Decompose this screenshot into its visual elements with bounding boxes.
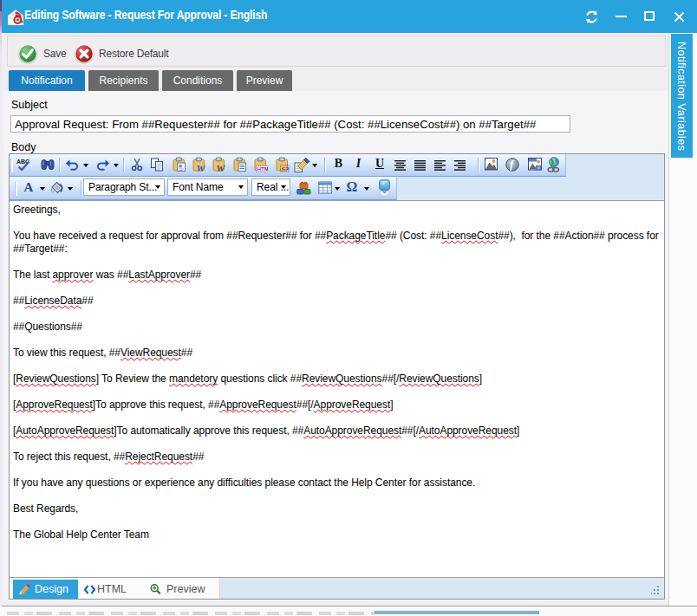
svg-text:<>: <> [282, 165, 290, 172]
svg-text:W: W [217, 163, 226, 173]
svg-text:W: W [197, 163, 206, 173]
svg-text:HTML: HTML [257, 165, 269, 172]
